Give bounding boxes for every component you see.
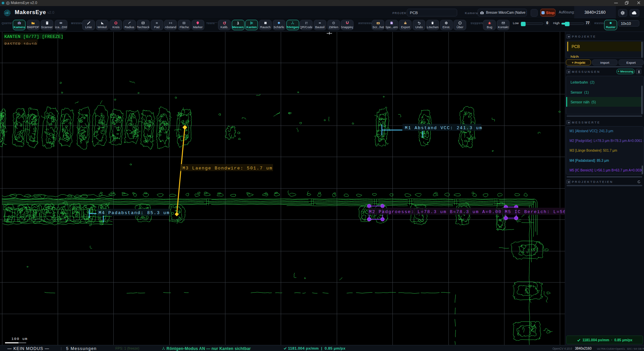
svg-text:100 um: 100 um (11, 337, 28, 341)
svg-text:M2 Padgroesse: L=78.3 um B=78.: M2 Padgroesse: L=78.3 um B=78.3 um A=0.0… (369, 209, 502, 214)
svg-text:M1 Abstand VCC: 241.3 um: M1 Abstand VCC: 241.3 um (405, 126, 483, 131)
svg-text:KANTEN [0/77] [FREEZE]: KANTEN [0/77] [FREEZE] (4, 34, 63, 39)
svg-text:M3 Laenge Bondwire: 501.7 um: M3 Laenge Bondwire: 501.7 um (182, 166, 273, 171)
svg-text:M5 IC Bereich: L=56: M5 IC Bereich: L=56 (505, 209, 565, 214)
svg-text:M4 Padabstand: 85.3 um: M4 Padabstand: 85.3 um (99, 210, 170, 215)
